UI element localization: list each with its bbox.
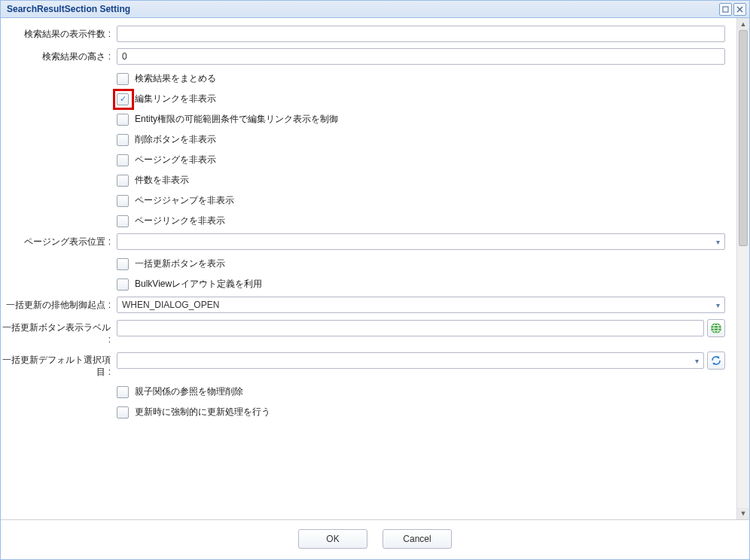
label-hide-page-jump: ページジャンプを非表示 bbox=[135, 194, 234, 207]
dialog-window: SearchResultSection Setting 検索結果の表示件数 : bbox=[0, 0, 750, 560]
row-result-height: 検索結果の高さ : bbox=[1, 48, 731, 65]
minimize-button[interactable] bbox=[719, 3, 732, 16]
scroll-up-arrow-icon[interactable]: ▲ bbox=[737, 18, 749, 30]
check-hide-page-link: ページリンクを非表示 bbox=[117, 215, 725, 227]
bulk-default-sel-input[interactable] bbox=[117, 352, 704, 369]
check-show-bulk-update-btn: 一括更新ボタンを表示 bbox=[117, 257, 725, 270]
chevron-down-icon[interactable]: ▾ bbox=[711, 297, 724, 312]
check-purge-parent-child-ref: 親子関係の参照を物理削除 bbox=[117, 385, 725, 398]
row-bulk-btn-label: 一括更新ボタン表示ラベル : bbox=[1, 319, 731, 345]
row-paging-position: ページング表示位置 : ▾ bbox=[1, 233, 731, 250]
checkbox-purge-parent-child-ref[interactable] bbox=[117, 386, 129, 398]
label-entity-perm-edit-link: Entity権限の可能範囲条件で編集リンク表示を制御 bbox=[135, 113, 338, 126]
label-bulk-default-sel: 一括更新デフォルト選択項目 : bbox=[1, 352, 117, 378]
row-display-count: 検索結果の表示件数 : bbox=[1, 26, 731, 42]
checkbox-hide-count[interactable] bbox=[117, 175, 129, 187]
row-bulk-excl-start: 一括更新の排他制御起点 : ▾ bbox=[1, 297, 731, 313]
cancel-button[interactable]: Cancel bbox=[383, 529, 452, 549]
row-bulk-default-sel: 一括更新デフォルト選択項目 : ▾ bbox=[1, 352, 731, 378]
checkbox-force-update-on-update[interactable] bbox=[117, 406, 129, 418]
label-force-update-on-update: 更新時に強制的に更新処理を行う bbox=[135, 406, 270, 418]
checkbox-hide-page-jump[interactable] bbox=[117, 195, 129, 207]
bulk-excl-start-combo[interactable]: ▾ bbox=[117, 297, 725, 313]
check-hide-paging: ページングを非表示 bbox=[117, 154, 725, 166]
field-result-height bbox=[117, 48, 731, 65]
label-paging-position: ページング表示位置 : bbox=[1, 233, 117, 248]
check-hide-edit-link: 編集リンクを非表示 bbox=[117, 93, 725, 105]
label-show-bulk-update-btn: 一括更新ボタンを表示 bbox=[135, 257, 225, 270]
dialog-body: 検索結果の表示件数 : 検索結果の高さ : bbox=[1, 18, 749, 520]
field-bulk-excl-start: ▾ bbox=[117, 297, 731, 313]
result-height-input[interactable] bbox=[117, 48, 725, 65]
scroll-thumb[interactable] bbox=[739, 30, 748, 246]
check-hide-count: 件数を非表示 bbox=[117, 174, 725, 187]
checkbox-bulkview-layout[interactable] bbox=[117, 278, 129, 291]
settings-form: 検索結果の表示件数 : 検索結果の高さ : bbox=[1, 26, 731, 418]
window-title: SearchResultSection Setting bbox=[7, 4, 719, 14]
field-bulk-btn-label bbox=[117, 319, 731, 337]
row-checks2: 一括更新ボタンを表示 BulkViewレイアウト定義を利用 bbox=[1, 256, 731, 291]
label-hide-paging: ページングを非表示 bbox=[135, 154, 216, 166]
bulk-excl-start-input[interactable] bbox=[117, 297, 725, 313]
checkbox-show-bulk-update-btn[interactable] bbox=[117, 258, 129, 270]
paging-position-input[interactable] bbox=[117, 233, 725, 250]
window-buttons bbox=[719, 3, 746, 16]
checkbox-hide-delete-btn[interactable] bbox=[117, 134, 129, 146]
field-display-count bbox=[117, 26, 731, 42]
titlebar: SearchResultSection Setting bbox=[1, 1, 749, 18]
field-paging-position: ▾ bbox=[117, 233, 731, 250]
checkbox-hide-edit-link[interactable] bbox=[117, 93, 129, 105]
check-hide-page-jump: ページジャンプを非表示 bbox=[117, 194, 725, 207]
label-bulkview-layout: BulkViewレイアウト定義を利用 bbox=[135, 278, 262, 291]
label-hide-page-link: ページリンクを非表示 bbox=[135, 215, 225, 227]
label-hide-delete-btn: 削除ボタンを非表示 bbox=[135, 133, 216, 146]
refresh-icon[interactable] bbox=[707, 352, 725, 370]
label-group-results: 検索結果をまとめる bbox=[135, 72, 216, 85]
close-button[interactable] bbox=[733, 3, 746, 16]
checkbox-group-results[interactable] bbox=[117, 73, 129, 85]
checkbox-hide-paging[interactable] bbox=[117, 154, 129, 166]
paging-position-combo[interactable]: ▾ bbox=[117, 233, 725, 250]
vertical-scrollbar[interactable]: ▲ ▼ bbox=[736, 18, 749, 519]
checkbox-entity-perm-edit-link[interactable] bbox=[117, 114, 129, 126]
check-list-3: 親子関係の参照を物理削除 更新時に強制的に更新処理を行う bbox=[117, 384, 725, 418]
label-hide-edit-link: 編集リンクを非表示 bbox=[135, 93, 216, 105]
display-count-input[interactable] bbox=[117, 26, 725, 42]
label-purge-parent-child-ref: 親子関係の参照を物理削除 bbox=[135, 385, 243, 398]
label-result-height: 検索結果の高さ : bbox=[1, 48, 117, 63]
check-list-1: 検索結果をまとめる 編集リンクを非表示 Entity権限の可能範囲条件で編集リン… bbox=[117, 71, 725, 227]
field-bulk-default-sel: ▾ bbox=[117, 352, 731, 370]
checkbox-hide-page-link[interactable] bbox=[117, 215, 129, 227]
row-checks3: 親子関係の参照を物理削除 更新時に強制的に更新処理を行う bbox=[1, 384, 731, 418]
label-display-count: 検索結果の表示件数 : bbox=[1, 26, 117, 41]
chevron-down-icon[interactable]: ▾ bbox=[711, 234, 724, 249]
label-bulk-btn-label: 一括更新ボタン表示ラベル : bbox=[1, 319, 117, 345]
dialog-footer: OK Cancel bbox=[1, 520, 749, 559]
check-entity-perm-edit-link: Entity権限の可能範囲条件で編集リンク表示を制御 bbox=[117, 113, 725, 126]
check-group-results: 検索結果をまとめる bbox=[117, 72, 725, 85]
check-hide-delete-btn: 削除ボタンを非表示 bbox=[117, 133, 725, 146]
check-bulkview-layout: BulkViewレイアウト定義を利用 bbox=[117, 278, 725, 291]
check-list-2: 一括更新ボタンを表示 BulkViewレイアウト定義を利用 bbox=[117, 256, 725, 291]
globe-icon[interactable] bbox=[707, 319, 725, 337]
bulk-btn-label-input[interactable] bbox=[117, 320, 704, 336]
bulk-default-sel-combo[interactable]: ▾ bbox=[117, 352, 704, 369]
chevron-down-icon[interactable]: ▾ bbox=[690, 353, 703, 368]
scroll-down-arrow-icon[interactable]: ▼ bbox=[737, 507, 749, 519]
scroll-area: 検索結果の表示件数 : 検索結果の高さ : bbox=[1, 18, 737, 519]
label-bulk-excl-start: 一括更新の排他制御起点 : bbox=[1, 297, 117, 312]
ok-button[interactable]: OK bbox=[298, 529, 367, 549]
svg-rect-0 bbox=[723, 7, 728, 12]
row-checks1: 検索結果をまとめる 編集リンクを非表示 Entity権限の可能範囲条件で編集リン… bbox=[1, 71, 731, 227]
scroll-track[interactable] bbox=[737, 30, 749, 507]
check-force-update-on-update: 更新時に強制的に更新処理を行う bbox=[117, 406, 725, 418]
label-hide-count: 件数を非表示 bbox=[135, 174, 189, 187]
